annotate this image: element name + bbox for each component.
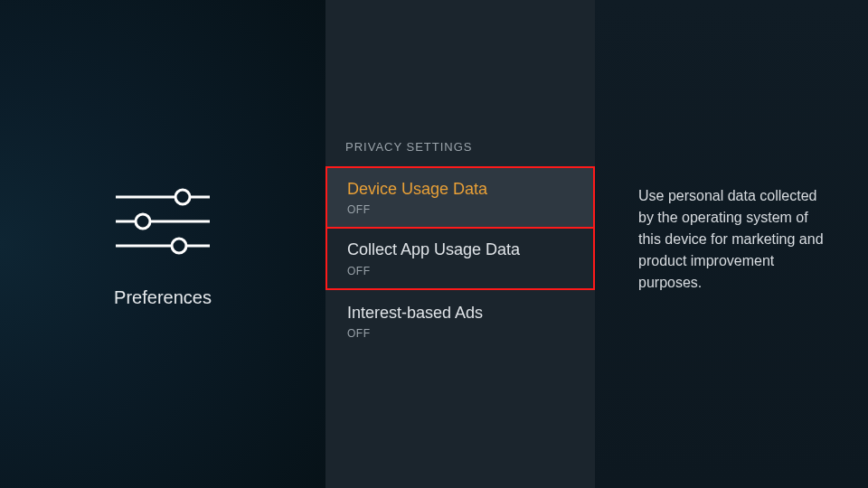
right-pane: Use personal data collected by the opera…: [595, 0, 868, 488]
setting-item-title: Device Usage Data: [347, 179, 573, 200]
svg-point-3: [136, 214, 150, 229]
setting-collect-app-usage-data[interactable]: Collect App Usage Data OFF: [326, 227, 595, 289]
setting-interest-based-ads[interactable]: Interest-based Ads OFF: [326, 290, 595, 352]
svg-point-1: [175, 190, 190, 204]
settings-screen: Preferences PRIVACY SETTINGS Device Usag…: [0, 0, 868, 488]
setting-item-title: Collect App Usage Data: [347, 239, 573, 260]
sliders-icon: [108, 181, 217, 262]
setting-description: Use personal data collected by the opera…: [638, 185, 832, 294]
setting-device-usage-data[interactable]: Device Usage Data OFF: [326, 166, 595, 229]
setting-item-status: OFF: [347, 265, 573, 277]
setting-item-status: OFF: [347, 327, 573, 340]
settings-list: PRIVACY SETTINGS Device Usage Data OFF C…: [326, 0, 595, 488]
setting-item-status: OFF: [347, 203, 573, 216]
setting-item-title: Interest-based Ads: [347, 303, 573, 324]
left-pane-label: Preferences: [114, 287, 212, 308]
left-pane: Preferences: [0, 0, 326, 488]
section-title: PRIVACY SETTINGS: [326, 140, 595, 166]
svg-point-5: [172, 239, 186, 253]
